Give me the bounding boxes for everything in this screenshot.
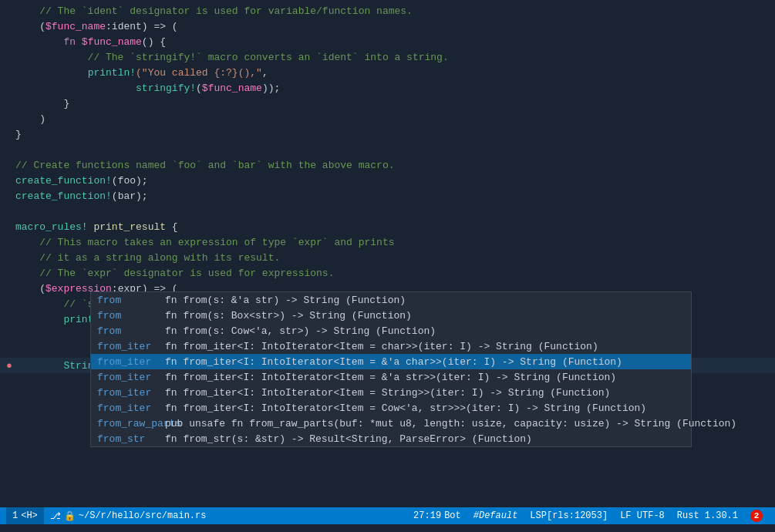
line-content: // Create functions named `foo` and `bar… (12, 160, 394, 171)
code-line: println!("You called {:?}(),", (0, 65, 775, 80)
ac-type: from (97, 295, 159, 306)
ac-item-from-iter-cow[interactable]: from_iter fn from_iter<I: IntoIterator<I… (91, 400, 691, 416)
ac-signature: fn from_iter<I: IntoIterator<Item = char… (165, 341, 598, 352)
code-line: create_function!(foo); (0, 173, 775, 188)
code-line: stringify!($func_name)); (0, 80, 775, 96)
line-content: // it as a string along with its result. (12, 252, 280, 264)
code-line: fn $func_name() { (0, 34, 775, 49)
line-content: ($func_name:ident) => ( (12, 21, 178, 32)
ac-item-from-box[interactable]: from fn from(s: Box<str>) -> String (Fun… (91, 308, 691, 323)
line-content: macro_rules! print_result { (12, 221, 178, 233)
tab-number: 1 (12, 510, 18, 521)
line-content: stringify!($func_name)); (12, 82, 280, 94)
statusbar-right: 27:19 Bot #Default LSP[rls:12053] LF UTF… (407, 507, 769, 524)
ac-signature: pub unsafe fn from_raw_parts(buf: *mut u… (165, 418, 736, 429)
code-line: // The `stringify!` macro converts an `i… (0, 49, 775, 65)
line-content: // The `ident` designator is used for va… (12, 5, 413, 17)
autocomplete-dropdown[interactable]: from fn from(s: &'a str) -> String (Func… (90, 291, 692, 447)
ac-type: from_iter (97, 372, 159, 383)
lsp-info: LSP[rls:12053] (530, 510, 608, 521)
code-line: } (0, 96, 775, 111)
statusbar-encoding[interactable]: LF UTF-8 (614, 507, 671, 524)
ac-item-from-iter-astr[interactable]: from_iter fn from_iter<I: IntoIterator<I… (91, 369, 691, 385)
line-content: ) (12, 113, 45, 125)
ac-type: from_str (97, 433, 159, 445)
statusbar-theme[interactable]: #Default (467, 507, 524, 524)
code-line: macro_rules! print_result { (0, 219, 775, 234)
line-content: fn $func_name() { (12, 36, 166, 48)
code-line: // The `expr` designator is used for exp… (0, 265, 775, 281)
ac-signature: fn from(s: Cow<'a, str>) -> String (Func… (165, 325, 436, 337)
error-indicator: ● (6, 360, 12, 372)
cursor-label: Bot (444, 510, 461, 521)
ac-item-from-iter-char[interactable]: from_iter fn from_iter<I: IntoIterator<I… (91, 338, 691, 354)
ac-type: from_iter (97, 387, 159, 399)
ac-type: from_iter (97, 402, 159, 414)
ac-type: from (97, 325, 159, 337)
line-content: // The `stringify!` macro converts an `i… (12, 52, 449, 63)
statusbar-tab[interactable]: 1 <H> (6, 507, 44, 524)
git-branch-icon: 🔒 (64, 510, 76, 522)
code-line: } (0, 126, 775, 142)
code-line (0, 142, 775, 157)
ac-signature: fn from(s: &'a str) -> String (Function) (165, 295, 406, 306)
cursor-position: 27:19 (413, 510, 441, 521)
statusbar-left: 1 <H> ⎇ 🔒 ~/S/r/hello/src/main.rs (6, 507, 212, 524)
ac-item-from-iter-achar[interactable]: from_iter fn from_iter<I: IntoIterator<I… (91, 354, 691, 369)
ac-type: from (97, 310, 159, 322)
code-line: ) (0, 111, 775, 126)
code-line: ($func_name:ident) => ( (0, 19, 775, 34)
ac-item-from-str[interactable]: from fn from(s: &'a str) -> String (Func… (91, 292, 691, 308)
ac-signature: fn from_iter<I: IntoIterator<Item = Cow<… (165, 402, 646, 414)
tab-filetype: <H> (21, 510, 38, 521)
line-content: println!("You called {:?}(),", (12, 67, 268, 79)
statusbar-language[interactable]: Rust 1.30.1 (671, 507, 744, 524)
ac-type: from_iter (97, 356, 159, 368)
ac-signature: fn from(s: Box<str>) -> String (Function… (165, 310, 412, 322)
code-line: // it as a string along with its result. (0, 250, 775, 265)
line-content: create_function!(bar); (12, 190, 148, 202)
language-info: Rust 1.30.1 (677, 510, 738, 521)
statusbar: 1 <H> ⎇ 🔒 ~/S/r/hello/src/main.rs 27:19 … (0, 507, 775, 524)
statusbar-git[interactable]: ⎇ 🔒 ~/S/r/hello/src/main.rs (44, 507, 213, 524)
ac-item-from-raw-parts[interactable]: from_raw_parts pub unsafe fn from_raw_pa… (91, 416, 691, 431)
line-content: // This macro takes an expression of typ… (12, 237, 394, 248)
line-content: // The `expr` designator is used for exp… (12, 268, 334, 279)
line-content: } (12, 129, 22, 140)
statusbar-errors[interactable]: 2 (744, 507, 769, 524)
ac-item-from-str-fn[interactable]: from_str fn from_str(s: &str) -> Result<… (91, 431, 691, 446)
ac-signature: fn from_iter<I: IntoIterator<Item = &'a … (165, 372, 616, 383)
code-line: create_function!(bar); (0, 188, 775, 204)
code-editor[interactable]: // The `ident` designator is used for va… (0, 0, 775, 507)
ac-signature: fn from_str(s: &str) -> Result<String, P… (165, 433, 532, 445)
code-line: // This macro takes an expression of typ… (0, 234, 775, 250)
ac-type: from_raw_parts (97, 418, 159, 429)
theme-name: #Default (473, 510, 518, 521)
code-line: // Create functions named `foo` and `bar… (0, 157, 775, 173)
statusbar-position[interactable]: 27:19 Bot (407, 507, 467, 524)
statusbar-lsp[interactable]: LSP[rls:12053] (524, 507, 614, 524)
ac-signature: fn from_iter<I: IntoIterator<Item = &'a … (165, 356, 622, 368)
error-badge: 2 (750, 510, 763, 522)
ac-item-from-cow[interactable]: from fn from(s: Cow<'a, str>) -> String … (91, 323, 691, 338)
line-content: create_function!(foo); (12, 175, 148, 187)
code-line (0, 204, 775, 219)
error-count: 2 (754, 511, 760, 520)
line-content: } (12, 98, 69, 109)
file-path: ~/S/r/hello/src/main.rs (79, 510, 207, 521)
ac-item-from-iter-string[interactable]: from_iter fn from_iter<I: IntoIterator<I… (91, 385, 691, 400)
code-line: // The `ident` designator is used for va… (0, 3, 775, 19)
ac-type: from_iter (97, 341, 159, 352)
encoding-info: LF UTF-8 (620, 510, 665, 521)
git-icon: ⎇ (50, 510, 61, 522)
ac-signature: fn from_iter<I: IntoIterator<Item = Stri… (165, 387, 610, 399)
